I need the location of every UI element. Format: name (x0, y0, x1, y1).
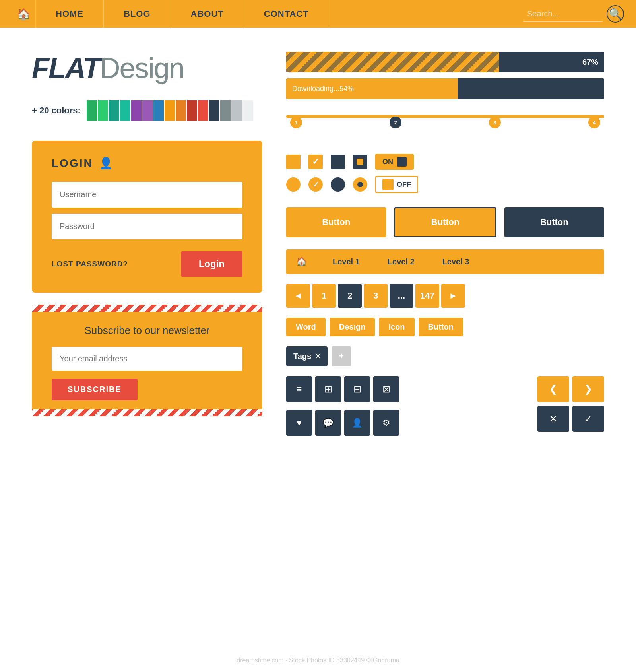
tag-icon[interactable]: Icon (379, 318, 414, 336)
radio-checked[interactable] (308, 177, 323, 192)
newsletter-title: Subscribe to our newsletter (52, 324, 242, 337)
slider-dot-3[interactable]: 3 (489, 117, 501, 128)
user-icon-btn[interactable]: 👤 (344, 410, 370, 436)
nav-arrows-top: ❮ ❯ (537, 376, 604, 402)
nav-item-contact[interactable]: CONTACT (244, 0, 329, 28)
view-grid-icon[interactable]: ⊟ (344, 376, 370, 402)
pagination-page-3[interactable]: 3 (364, 284, 388, 308)
confirm-button[interactable]: ✓ (572, 406, 604, 432)
pagination-prev[interactable]: ◄ (286, 284, 310, 308)
breadcrumb-level1[interactable]: Level 1 (317, 250, 372, 274)
progress-bar-download: Downloading...54% (286, 78, 604, 99)
tag-button[interactable]: Button (419, 318, 463, 336)
tag-active-label: Tags (293, 352, 311, 361)
checkbox-empty[interactable] (286, 155, 301, 169)
radio-dark[interactable] (331, 177, 345, 192)
checkbox-dark-2[interactable] (353, 155, 367, 169)
newsletter-section: Subscribe to our newsletter SUBSCRIBE (32, 305, 262, 416)
bottom-controls: ≡ ⊞ ⊟ ⊠ ♥ 💬 👤 ⚙ ❮ ❯ (286, 376, 604, 444)
close-button[interactable]: ✕ (537, 406, 569, 432)
nav-next-button[interactable]: ❯ (572, 376, 604, 402)
email-field[interactable] (52, 347, 242, 371)
checkbox-dark-inner (334, 157, 342, 166)
view-list-icon[interactable]: ≡ (286, 376, 312, 402)
search-icon[interactable]: 🔍 (607, 5, 624, 23)
breadcrumb-level2[interactable]: Level 2 (372, 250, 427, 274)
swatch-10 (187, 100, 197, 121)
progress-bar-1-label: 67% (582, 58, 598, 67)
toggle-off[interactable]: OFF (375, 176, 418, 193)
nav-item-home[interactable]: HOME (36, 0, 104, 28)
password-field[interactable] (52, 214, 242, 239)
username-field[interactable] (52, 182, 242, 208)
subscribe-button[interactable]: SUBSCRIBE (52, 379, 138, 400)
swatch-15 (242, 100, 253, 121)
breadcrumb-level3[interactable]: Level 3 (427, 250, 481, 274)
swatch-12 (209, 100, 219, 121)
tag-close-icon[interactable]: ✕ (315, 353, 320, 360)
login-header: LOGIN 👤 (52, 157, 242, 170)
tag-word[interactable]: Word (286, 318, 326, 336)
radios-row: OFF (286, 176, 604, 193)
swatch-13 (220, 100, 231, 121)
pagination-page-2[interactable]: 2 (338, 284, 362, 308)
chat-icon-btn[interactable]: 💬 (315, 410, 341, 436)
nav-arrows-bottom: ✕ ✓ (537, 406, 604, 432)
swatch-2 (98, 100, 108, 121)
left-column: FLATDesign + 20 colors: (32, 52, 262, 444)
view-list2-icon[interactable]: ⊞ (315, 376, 341, 402)
pagination-page-147[interactable]: 147 (415, 284, 439, 308)
slider-dot-4[interactable]: 4 (588, 117, 600, 128)
button-dark[interactable]: Button (504, 207, 604, 237)
checkboxes-row: ON (286, 154, 604, 170)
progress-section: 67% Downloading...54% (286, 52, 604, 99)
right-column: 67% Downloading...54% 1 2 3 4 (286, 52, 604, 444)
action-icons-row: ♥ 💬 👤 ⚙ (286, 410, 525, 436)
nav-item-about[interactable]: ABOUT (171, 0, 244, 28)
watermark: dreamstime.com · Stock Photos ID 3330244… (237, 657, 399, 664)
search-input[interactable] (523, 6, 603, 22)
view-tile-icon[interactable]: ⊠ (373, 376, 399, 402)
slider-dot-1[interactable]: 1 (290, 117, 302, 128)
nav-prev-button[interactable]: ❮ (537, 376, 569, 402)
tag-design[interactable]: Design (330, 318, 375, 336)
heart-icon-btn[interactable]: ♥ (286, 410, 312, 436)
colors-label: + 20 colors: (32, 105, 81, 116)
button-orange[interactable]: Button (286, 207, 386, 237)
newsletter-stripe-top (32, 305, 262, 312)
checkbox-checked[interactable] (308, 155, 323, 169)
settings-icon-btn[interactable]: ⚙ (373, 410, 399, 436)
controls-section: ON OFF (286, 154, 604, 193)
slider-dot-2[interactable]: 2 (390, 117, 401, 128)
swatch-1 (87, 100, 97, 121)
view-icons-section: ≡ ⊞ ⊟ ⊠ (286, 376, 525, 402)
title-design: Design (100, 52, 184, 84)
colors-section: + 20 colors: (32, 100, 262, 121)
top-navigation: 🏠 HOME BLOG ABOUT CONTACT 🔍 (0, 0, 636, 28)
tag-add-button[interactable]: + (332, 346, 351, 366)
slider-section: 1 2 3 4 (286, 115, 604, 138)
slider-dots: 1 2 3 4 (286, 117, 604, 128)
toggle-off-box (382, 179, 394, 190)
checkbox-dark[interactable] (331, 155, 345, 169)
button-orange-outline[interactable]: Button (394, 207, 496, 237)
radio-dot[interactable] (353, 177, 367, 192)
toggle-on[interactable]: ON (375, 154, 414, 170)
tag-active[interactable]: Tags ✕ (286, 346, 328, 366)
checkbox-inner-orange (357, 159, 363, 165)
progress-bar-2-label: Downloading...54% (292, 85, 354, 93)
login-title: LOGIN (52, 157, 93, 170)
nav-item-blog[interactable]: BLOG (104, 0, 171, 28)
nav-home-icon[interactable]: 🏠 (12, 0, 36, 28)
swatch-14 (231, 100, 242, 121)
pagination-page-1[interactable]: 1 (312, 284, 336, 308)
login-form: LOGIN 👤 LOST PASSWORD? Login (32, 141, 262, 293)
swatch-5 (131, 100, 142, 121)
pagination-next[interactable]: ► (441, 284, 465, 308)
lost-password-link[interactable]: LOST PASSWORD? (52, 260, 128, 268)
progress-bar-striped: 67% (286, 52, 604, 72)
login-button[interactable]: Login (181, 251, 242, 277)
breadcrumb-home-icon[interactable]: 🏠 (286, 249, 317, 274)
swatch-9 (176, 100, 186, 121)
radio-empty[interactable] (286, 177, 301, 192)
